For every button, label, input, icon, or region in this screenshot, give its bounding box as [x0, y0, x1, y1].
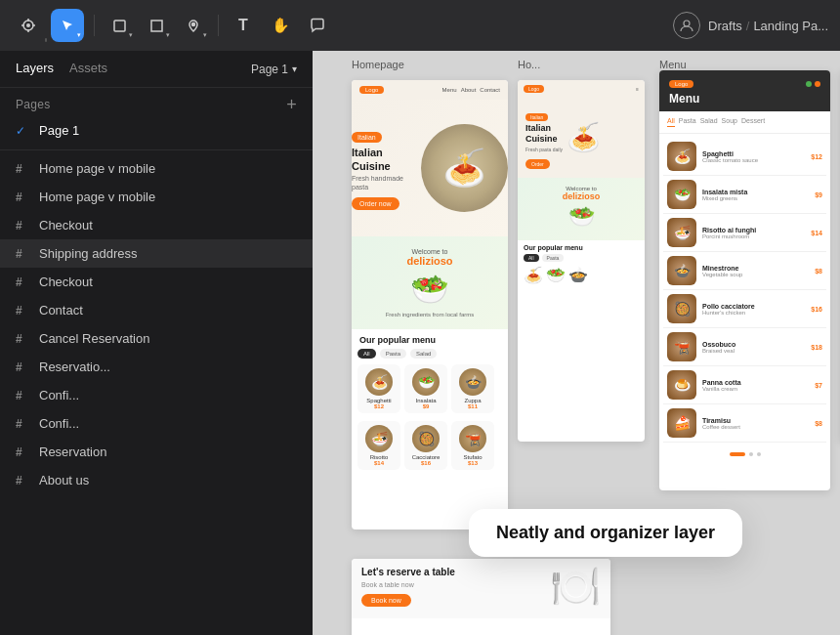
- reservation-cta[interactable]: Book now: [361, 594, 411, 607]
- layer-shipping[interactable]: # Shipping address: [0, 239, 313, 268]
- small-chip-2[interactable]: Pasta: [542, 254, 565, 262]
- item-price-5: $16: [421, 460, 431, 466]
- order-btn[interactable]: Order now: [352, 197, 399, 210]
- food-img-3: 🍜: [667, 218, 696, 247]
- comment-tool[interactable]: [301, 9, 334, 42]
- item-img-4: 🍜: [365, 425, 393, 452]
- food-info-8: Tiramisu Coffee dessert: [702, 417, 809, 430]
- layer-home-v-mobile-2[interactable]: # Home page v mobile: [0, 183, 313, 211]
- reservation-plate: 🍽️: [550, 563, 601, 611]
- shape-tool[interactable]: ▾: [140, 9, 173, 42]
- food-name-6: Ossobuco: [702, 341, 805, 348]
- pen-tool[interactable]: ▾: [177, 9, 210, 42]
- food-img-8: 🍰: [667, 408, 696, 438]
- food-row-2: 🥗 Insalata mista Mixed greens $9: [663, 176, 826, 214]
- nav-soup[interactable]: Soup: [722, 117, 737, 127]
- layer-name-2: Home page v mobile: [39, 190, 155, 204]
- callout-text: Neatly and organizer layer: [496, 523, 715, 542]
- svg-point-9: [684, 21, 690, 26]
- food-name-1: Spaghetti: [702, 150, 805, 157]
- hand-tool[interactable]: ✋: [264, 9, 297, 42]
- nav-all[interactable]: All: [667, 117, 675, 127]
- page-item-1[interactable]: ✓ Page 1: [16, 119, 297, 142]
- small-chip-1[interactable]: All: [524, 254, 539, 262]
- layer-name-1: Home page v mobile: [39, 161, 155, 176]
- food-img-5: 🥘: [667, 294, 696, 323]
- food-name-4: Minestrone: [702, 265, 809, 272]
- food-info-7: Panna cotta Vanilla cream: [702, 379, 809, 392]
- frame-icon-8: #: [16, 360, 31, 374]
- small-cta[interactable]: Order: [525, 159, 550, 169]
- item-img-2: 🥗: [412, 368, 440, 396]
- nav-pasta[interactable]: Pasta: [679, 117, 696, 127]
- food-tag: Italian: [352, 132, 382, 143]
- frame-tool[interactable]: ▾: [103, 9, 136, 42]
- dot-orange: [815, 81, 820, 87]
- food-info-3: Risotto ai funghi Porcini mushroom: [702, 227, 805, 239]
- food-desc-7: Vanilla cream: [702, 386, 809, 392]
- breadcrumb-page: Landing Pa...: [753, 19, 828, 33]
- layer-contact[interactable]: # Contact: [0, 296, 313, 324]
- page-selector[interactable]: Page 1 ▾: [251, 63, 297, 76]
- food-name-7: Panna cotta: [702, 379, 809, 386]
- food-name-5: Pollo cacciatore: [702, 303, 805, 310]
- nav-salad[interactable]: Salad: [700, 117, 718, 127]
- assets-tab[interactable]: Assets: [69, 61, 107, 77]
- chip-salad[interactable]: Salad: [410, 349, 437, 359]
- toolbar-right: Drafts / Landing Pa...: [673, 12, 828, 39]
- frame-icon-7: #: [16, 332, 31, 346]
- move-tool[interactable]: [12, 9, 45, 42]
- select-tool[interactable]: ▾: [51, 9, 84, 42]
- food-row-8: 🍰 Tiramisu Coffee dessert $8: [663, 404, 826, 443]
- svg-rect-6: [114, 21, 125, 31]
- food-info-6: Ossobuco Braised veal: [702, 341, 805, 354]
- frame-icon-4: #: [16, 247, 31, 261]
- reservation-text: Let's reserve a table Book a table now B…: [361, 567, 455, 607]
- tool-group-left: [12, 9, 47, 42]
- chip-active[interactable]: All: [357, 349, 376, 359]
- food-info-4: Minestrone Vegetable soup: [702, 265, 809, 277]
- layer-checkout-2[interactable]: # Checkout: [0, 268, 313, 296]
- small-topbar: Logo ≡: [518, 80, 645, 98]
- nav-dessert[interactable]: Dessert: [741, 117, 765, 127]
- food-desc-8: Coffee dessert: [702, 424, 809, 430]
- small-plate: 🍝: [567, 121, 601, 153]
- canvas[interactable]: Homepage Ho... Menu Men... Logo MenuA: [313, 51, 840, 635]
- svg-point-1: [26, 23, 30, 27]
- frame-label-menu: Menu: [659, 59, 687, 70]
- small-food-3: 🍲: [568, 266, 588, 284]
- menu-top-bar: Logo: [669, 80, 820, 88]
- layer-checkout-1[interactable]: # Checkout: [0, 211, 313, 239]
- layers-tab[interactable]: Layers: [16, 61, 54, 77]
- layer-name-10: Confi...: [39, 416, 79, 431]
- svg-point-8: [191, 22, 194, 25]
- frame-homepage-large: Logo MenuAboutContact Italian ItalianCui…: [352, 80, 508, 529]
- item-price-2: $9: [423, 403, 430, 409]
- layer-home-v-mobile-1[interactable]: # Home page v mobile: [0, 154, 313, 183]
- salad-image: 🥗: [359, 271, 500, 308]
- category-chips: All Pasta Salad: [352, 347, 508, 360]
- user-avatar[interactable]: [673, 12, 700, 39]
- small-food-2: 🥗: [546, 266, 566, 284]
- chip-pasta[interactable]: Pasta: [380, 349, 406, 359]
- food-desc-1: Classic tomato sauce: [702, 157, 805, 163]
- add-page-button[interactable]: +: [286, 96, 297, 113]
- layer-conf-1[interactable]: # Confi...: [0, 381, 313, 409]
- small-hero: Italian ItalianCuisine Fresh pasta daily…: [518, 98, 645, 178]
- reservation-content: Let's reserve a table Book a table now B…: [352, 559, 610, 618]
- layer-conf-2[interactable]: # Confi...: [0, 409, 313, 438]
- dot-active: [730, 452, 745, 456]
- small-popular-title: Our popular menu: [524, 244, 639, 251]
- frame-menu-large: Logo Menu All Pasta Salad Soup Dessert: [659, 70, 830, 490]
- text-tool[interactable]: T: [227, 9, 260, 42]
- layer-about[interactable]: # About us: [0, 466, 313, 494]
- layer-reservation-1[interactable]: # Reservatio...: [0, 353, 313, 381]
- frame-icon-9: #: [16, 389, 31, 402]
- layer-cancel-reservation[interactable]: # Cancel Reservation: [0, 324, 313, 353]
- food-desc-3: Porcini mushroom: [702, 233, 805, 239]
- frame-label-ho: Ho...: [518, 59, 540, 70]
- layer-reservation-2[interactable]: # Reservation: [0, 438, 313, 466]
- nav-links: MenuAboutContact: [442, 87, 500, 93]
- chevron-down-icon: ▾: [292, 64, 297, 74]
- item-price-4: $14: [374, 460, 384, 466]
